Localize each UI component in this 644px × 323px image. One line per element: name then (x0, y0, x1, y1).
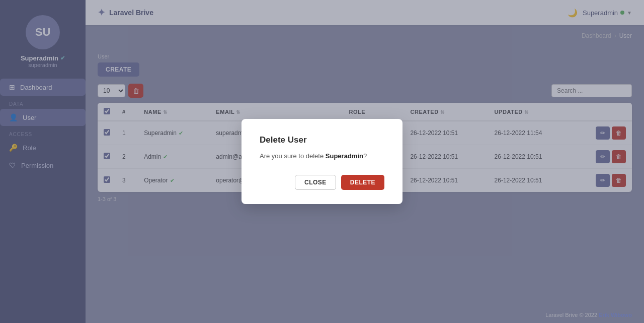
modal-body: Are you sure to delete Superadmin? (260, 151, 384, 161)
modal-actions: CLOSE DELETE (260, 175, 384, 190)
modal-close-button[interactable]: CLOSE (295, 175, 336, 190)
modal-target-name: Superadmin (326, 152, 363, 160)
main-content: ✦ Laravel Brive 🌙 Superadmin ▼ Dashboard… (86, 0, 644, 323)
modal-title: Delete User (260, 135, 384, 145)
modal-overlay[interactable]: Delete User Are you sure to delete Super… (86, 0, 644, 323)
delete-modal: Delete User Are you sure to delete Super… (242, 119, 403, 205)
modal-delete-button[interactable]: DELETE (341, 175, 384, 190)
